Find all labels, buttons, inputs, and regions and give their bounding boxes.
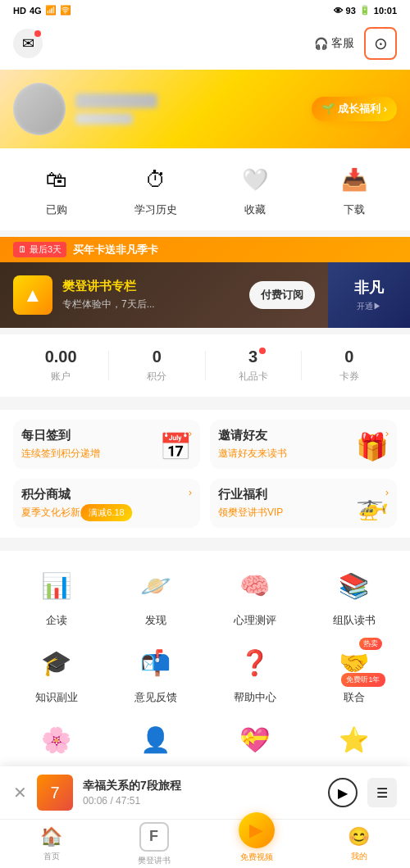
stat-value-gift-card: 3 xyxy=(248,348,257,366)
action-daily-checkin[interactable]: 每日签到 › 连续签到积分递增 📅 xyxy=(13,420,200,469)
vip-text: 非凡 xyxy=(354,278,384,298)
discover-icon: 🪐 xyxy=(134,564,177,607)
play-pause-button[interactable]: ▶ xyxy=(328,778,358,807)
menu-item-help[interactable]: ❓ 帮助中心 xyxy=(212,641,298,705)
playing-time: 00:06 / 47:51 xyxy=(83,795,318,807)
playing-info: 幸福关系的7段旅程 00:06 / 47:51 xyxy=(83,779,318,807)
banner-tag: 🗓 最后3天 xyxy=(13,242,66,257)
settings-button[interactable]: ⊙ xyxy=(364,27,397,60)
stat-account[interactable]: 0.00 账户 xyxy=(13,348,108,384)
nav-item-history[interactable]: ⏱ 学习历史 xyxy=(106,161,205,217)
nav-item-purchased[interactable]: 🛍 已购 xyxy=(7,161,106,217)
download-icon: 📥 xyxy=(336,161,372,198)
menu-item-psychology[interactable]: 🧠 心理测评 xyxy=(212,564,298,628)
section-divider-2 xyxy=(0,544,410,551)
menu-label-feedback: 意见反馈 xyxy=(134,690,177,705)
psychology-icon: 🧠 xyxy=(234,564,276,607)
nav-label-favorites: 收藏 xyxy=(244,202,266,217)
menu-item-team-reading[interactable]: 📚 组队读书 xyxy=(311,564,397,628)
stat-value-coupon: 0 xyxy=(344,348,353,366)
play-icon: ▶ xyxy=(338,785,348,801)
list-icon: ☰ xyxy=(376,785,388,801)
section-divider-1 xyxy=(0,403,410,410)
menu-label-help: 帮助中心 xyxy=(234,690,276,705)
menu-item-star[interactable]: ⭐ xyxy=(311,718,397,767)
joint-icon: 🤝 热卖 免费听1年 xyxy=(333,641,376,684)
menu-item-discover[interactable]: 🪐 发现 xyxy=(112,564,198,628)
clock-time: 10:01 xyxy=(374,6,397,16)
flower-icon: 🌸 xyxy=(35,718,78,761)
free-video-tab-label: 免费视频 xyxy=(240,852,273,863)
profile2-icon: 👤 xyxy=(134,718,177,761)
customer-service-label: 客服 xyxy=(331,36,354,51)
current-time: 00:06 xyxy=(83,795,107,807)
course-info: 樊登讲书专栏 专栏体验中，7天后... xyxy=(62,279,239,311)
tab-free-video[interactable]: ▶ 免费视频 xyxy=(205,820,308,868)
home-tab-icon: 🏠 xyxy=(40,826,62,848)
close-button[interactable]: ✕ xyxy=(13,783,27,802)
eye-icon: 👁 xyxy=(334,6,343,16)
star-icon: ⭐ xyxy=(333,718,376,761)
menu-item-feedback[interactable]: 📬 意见反馈 xyxy=(112,641,198,705)
customer-service-button[interactable]: 🎧 客服 xyxy=(314,36,354,51)
course-desc: 专栏体验中，7天后... xyxy=(62,298,239,311)
subscribe-button[interactable]: 付费订阅 xyxy=(249,281,315,309)
action-invite-friends-title: 邀请好友 xyxy=(218,428,267,443)
stat-label-points: 积分 xyxy=(147,370,166,384)
message-button[interactable]: ✉ xyxy=(13,29,43,58)
settings-icon: ⊙ xyxy=(374,34,388,53)
tab-home[interactable]: 🏠 首页 xyxy=(0,820,102,868)
growth-badge[interactable]: 🌱 成长福利 › xyxy=(312,97,397,121)
stats-row: 0.00 账户 0 积分 3 礼品卡 0 卡券 xyxy=(0,334,410,397)
menu-label-discover: 发现 xyxy=(145,613,166,628)
course-logo: ▲ xyxy=(13,275,52,315)
menu-item-flower[interactable]: 🌸 xyxy=(13,718,99,767)
course-name: 樊登讲书专栏 xyxy=(62,279,239,294)
menu-item-profile2[interactable]: 👤 xyxy=(112,718,198,767)
playlist-button[interactable]: ☰ xyxy=(367,778,397,807)
action-invite-friends[interactable]: 邀请好友 › 邀请好友来读书 🎁 xyxy=(210,420,397,469)
menu-item-joint[interactable]: 🤝 热卖 免费听1年 联合 xyxy=(311,641,397,705)
vip-card-mini[interactable]: 非凡 开通▶ xyxy=(328,262,410,328)
action-industry-benefit[interactable]: 行业福利 › 领樊登讲书VIP 🚁 xyxy=(210,479,397,528)
course-section: ▲ 樊登讲书专栏 专栏体验中，7天后... 付费订阅 非凡 开通▶ xyxy=(0,262,410,328)
free-badge: 免费听1年 xyxy=(341,673,385,687)
banner-ad[interactable]: 🗓 最后3天 买年卡送非凡季卡 xyxy=(0,237,410,262)
action-points-mall[interactable]: 积分商城 › 夏季文化衫新上线 满减6.18 xyxy=(13,479,200,528)
nav-item-favorites[interactable]: 🤍 收藏 xyxy=(205,161,304,217)
wifi-icon: 🛜 xyxy=(60,5,71,16)
status-right: 👁 93 🔋 10:01 xyxy=(334,5,397,16)
signal-4g: 4G xyxy=(30,6,42,16)
stat-points[interactable]: 0 积分 xyxy=(109,348,204,384)
course-card[interactable]: ▲ 樊登讲书专栏 专栏体验中，7天后... 付费订阅 xyxy=(0,262,328,328)
fandeng-tab-icon: F xyxy=(139,822,169,852)
fandeng-tab-label: 樊登讲书 xyxy=(138,855,171,866)
menu-item-heart[interactable]: 💝 xyxy=(212,718,298,767)
menu-label-enterprise-reading: 企读 xyxy=(46,613,67,628)
help-icon: ❓ xyxy=(234,641,276,684)
menu-section: 📊 企读 🪐 发现 🧠 心理测评 📚 组队读书 🎓 xyxy=(0,551,410,780)
growth-badge-label: 🌱 成长福利 › xyxy=(321,102,387,116)
header-left: ✉ xyxy=(13,29,43,58)
tab-fandeng[interactable]: F 樊登讲书 xyxy=(102,820,205,868)
avatar[interactable] xyxy=(13,83,66,135)
tab-mine[interactable]: 😊 我的 xyxy=(308,820,410,868)
stat-gift-card[interactable]: 3 礼品卡 xyxy=(206,348,301,384)
feedback-icon: 📬 xyxy=(134,641,177,684)
menu-item-enterprise-reading[interactable]: 📊 企读 xyxy=(13,564,99,628)
gift-card-dot xyxy=(259,348,266,354)
book-thumb-icon: 7 xyxy=(50,784,59,802)
battery-icon: 🔋 xyxy=(359,5,371,16)
headphone-icon: 🎧 xyxy=(314,37,328,50)
stat-coupon[interactable]: 0 卡券 xyxy=(302,348,397,384)
action-points-mall-arrow: › xyxy=(189,487,192,498)
profile-id xyxy=(75,113,133,125)
action-points-mall-top: 积分商城 › xyxy=(21,487,192,502)
signal-bars: 📶 xyxy=(45,5,57,16)
stat-label-gift-card: 礼品卡 xyxy=(239,370,268,384)
stat-value-account: 0.00 xyxy=(45,348,77,366)
app-header: ✉ 🎧 客服 ⊙ xyxy=(0,20,410,70)
action-grid: 每日签到 › 连续签到积分递增 📅 邀请好友 › 邀请好友来读书 🎁 积分商城 … xyxy=(0,410,410,538)
menu-item-knowledge-sideline[interactable]: 🎓 知识副业 xyxy=(13,641,99,705)
nav-item-download[interactable]: 📥 下载 xyxy=(304,161,403,217)
